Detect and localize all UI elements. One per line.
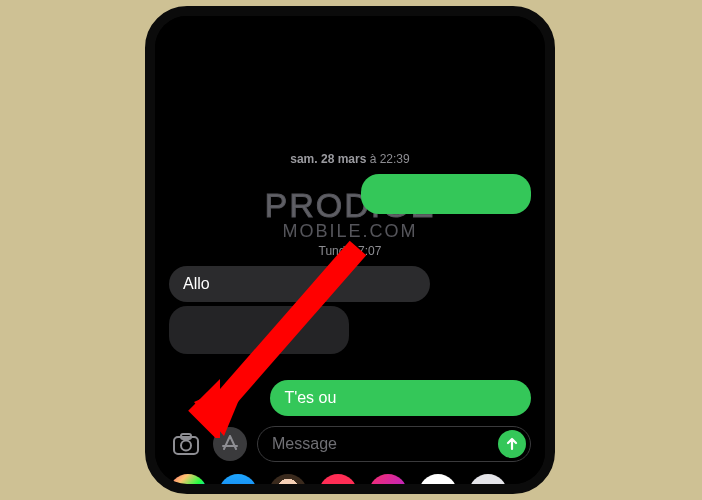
app-search[interactable] bbox=[319, 474, 357, 494]
message-sent-2[interactable]: T'es ou bbox=[270, 380, 531, 416]
message-text: T'es ou bbox=[284, 389, 336, 406]
app-tray[interactable] bbox=[155, 468, 545, 494]
app-youtube[interactable] bbox=[419, 474, 457, 494]
camera-icon[interactable] bbox=[169, 427, 203, 461]
svg-rect-4 bbox=[427, 485, 449, 494]
phone-frame: PRODIGE MOBILE.COM sam. 28 mars à 22:39 … bbox=[145, 6, 555, 494]
conversation-view[interactable]: PRODIGE MOBILE.COM sam. 28 mars à 22:39 … bbox=[155, 16, 545, 420]
app-appstore[interactable] bbox=[219, 474, 257, 494]
app-more[interactable] bbox=[469, 474, 507, 494]
message-text: Allo bbox=[183, 275, 210, 292]
watermark-line2: MOBILE.COM bbox=[155, 221, 545, 242]
app-music[interactable] bbox=[369, 474, 407, 494]
svg-point-5 bbox=[479, 491, 483, 494]
timestamp-1: sam. 28 mars à 22:39 bbox=[169, 152, 531, 166]
message-received-2[interactable] bbox=[169, 306, 349, 354]
message-received-1[interactable]: Allo bbox=[169, 266, 430, 302]
app-memoji[interactable] bbox=[269, 474, 307, 494]
svg-point-3 bbox=[331, 486, 343, 494]
app-photos[interactable] bbox=[169, 474, 207, 494]
messages-screen: PRODIGE MOBILE.COM sam. 28 mars à 22:39 … bbox=[155, 16, 545, 484]
svg-point-6 bbox=[486, 491, 490, 494]
timestamp-2: Tundi 17:07 bbox=[169, 244, 531, 258]
send-button[interactable] bbox=[498, 430, 526, 458]
message-input-pill[interactable] bbox=[257, 426, 531, 462]
message-sent-1[interactable] bbox=[361, 174, 531, 214]
message-input[interactable] bbox=[272, 435, 498, 453]
input-row bbox=[155, 420, 545, 468]
appstore-icon[interactable] bbox=[213, 427, 247, 461]
svg-point-2 bbox=[181, 441, 191, 451]
arrow-up-icon bbox=[505, 437, 519, 451]
svg-point-7 bbox=[493, 491, 497, 494]
